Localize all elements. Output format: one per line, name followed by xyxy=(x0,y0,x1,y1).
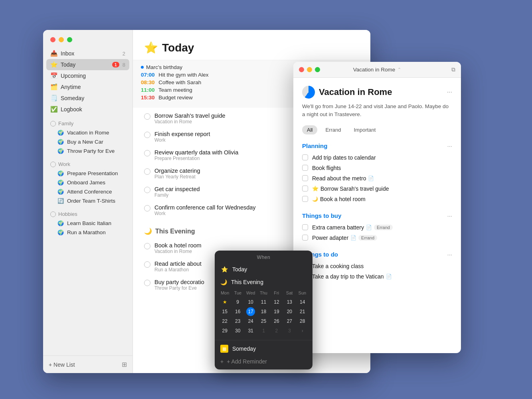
cal-cell[interactable]: 22 xyxy=(219,317,231,326)
cal-cell[interactable]: 24 xyxy=(245,317,257,326)
detail-traffic-yellow[interactable] xyxy=(307,67,312,72)
detail-traffic-green[interactable] xyxy=(315,67,320,72)
cal-cell[interactable]: 2 xyxy=(271,326,283,335)
when-add-reminder[interactable]: + + Add Reminder xyxy=(215,356,312,369)
cal-cell[interactable]: 1 xyxy=(257,326,269,335)
traffic-light-green[interactable] xyxy=(67,37,72,42)
sidebar-item-buy-car[interactable]: 🌍 Buy a New Car xyxy=(46,137,129,146)
filter-tab-important[interactable]: Important xyxy=(349,125,380,134)
detail-task-item[interactable]: Read about the metro 📄 xyxy=(302,173,452,184)
cal-cell[interactable]: 26 xyxy=(271,317,283,326)
when-option-evening[interactable]: 🌙 This Evening xyxy=(215,276,312,288)
project-menu-dots[interactable]: ··· xyxy=(447,89,452,96)
detail-task-item[interactable]: Take a day trip to the Vatican 📄 xyxy=(302,271,452,282)
cal-cell[interactable]: 30 xyxy=(231,326,243,335)
cal-cell[interactable]: 28 xyxy=(297,317,309,326)
task-checkbox[interactable] xyxy=(144,113,150,120)
detail-task-item[interactable]: Book flights xyxy=(302,163,452,173)
cal-cell[interactable]: 14 xyxy=(297,298,309,306)
sidebar-item-logbook[interactable]: ✅ Logbook xyxy=(46,104,129,115)
note-icon: 📄 xyxy=(350,235,356,241)
run-icon: 🌍 xyxy=(57,229,64,235)
things-to-do-menu-dots[interactable]: ··· xyxy=(447,251,452,258)
sidebar-item-someday[interactable]: 🗒️ Someday xyxy=(46,93,129,104)
task-checkbox[interactable] xyxy=(144,187,150,193)
task-checkbox[interactable] xyxy=(144,150,150,156)
detail-task-item[interactable]: Power adapter 📄 Errand xyxy=(302,233,452,243)
task-checkbox[interactable] xyxy=(144,243,150,249)
sidebar-item-anytime[interactable]: 🗂️ Anytime xyxy=(46,81,129,93)
detail-task-item[interactable]: Add trip dates to calendar xyxy=(302,152,452,163)
detail-task-checkbox[interactable] xyxy=(302,196,308,202)
detail-task-item[interactable]: Take a cooking class xyxy=(302,261,452,271)
new-list-button[interactable]: + New List xyxy=(49,361,75,368)
cal-cell[interactable]: 16 xyxy=(231,307,243,316)
cal-cell[interactable]: 29 xyxy=(219,326,231,335)
sidebar-item-onboard-james[interactable]: 🌍 Onboard James xyxy=(46,178,129,187)
detail-task-checkbox[interactable] xyxy=(302,165,308,171)
when-someday-option[interactable]: ▦ Someday xyxy=(215,342,312,356)
cal-cell[interactable]: 11 xyxy=(257,298,269,306)
detail-window-copy-btn[interactable]: ⧉ xyxy=(451,66,455,73)
cal-cell[interactable]: 31 xyxy=(245,326,257,335)
filter-tab-all[interactable]: All xyxy=(302,125,317,134)
task-checkbox[interactable] xyxy=(144,205,150,211)
today-label: Today xyxy=(61,61,109,68)
when-evening-moon-icon: 🌙 xyxy=(220,279,227,285)
task-checkbox[interactable] xyxy=(144,280,150,286)
cal-cell[interactable]: 18 xyxy=(257,307,269,316)
calendar-dot xyxy=(141,66,144,69)
detail-task-item[interactable]: ⭐ Borrow Sarah's travel guide xyxy=(302,184,452,194)
sidebar-item-learn-italian[interactable]: 🌍 Learn Basic Italian xyxy=(46,219,129,228)
cal-cell[interactable]: 21 xyxy=(297,307,309,316)
cal-cell[interactable]: 3 xyxy=(283,326,295,335)
sidebar-item-run-marathon[interactable]: 🌍 Run a Marathon xyxy=(46,228,129,237)
filter-tab-errand[interactable]: Errand xyxy=(320,125,346,134)
sidebar-item-throw-party[interactable]: 🌍 Throw Party for Eve xyxy=(46,146,129,156)
vacation-label: Vacation in Rome xyxy=(67,130,109,136)
task-text: Read article about Run a Marathon xyxy=(154,261,202,273)
detail-task-checkbox[interactable] xyxy=(302,186,308,192)
detail-task-item[interactable]: 🌙 Book a hotel room xyxy=(302,194,452,204)
traffic-light-yellow[interactable] xyxy=(59,37,64,42)
task-checkbox[interactable] xyxy=(144,132,150,138)
cal-cell[interactable]: 9 xyxy=(231,298,243,306)
cal-cell[interactable]: 25 xyxy=(257,317,269,326)
things-to-buy-menu-dots[interactable]: ··· xyxy=(447,212,452,219)
planning-menu-dots[interactable]: ··· xyxy=(447,142,452,149)
detail-traffic-lights xyxy=(299,67,320,72)
detail-task-checkbox[interactable] xyxy=(302,154,308,160)
settings-icon[interactable]: ⊞ xyxy=(122,361,127,368)
task-checkbox[interactable] xyxy=(144,168,150,175)
sidebar-item-attend-conference[interactable]: 🌍 Attend Conference xyxy=(46,187,129,196)
cal-cell-next[interactable]: › xyxy=(297,326,309,335)
sidebar-item-today[interactable]: ⭐ Today 1 8 xyxy=(46,59,129,70)
cal-cell[interactable]: 15 xyxy=(219,307,231,316)
traffic-light-red[interactable] xyxy=(50,37,55,42)
detail-task-item[interactable]: Extra camera battery 📄 Errand xyxy=(302,222,452,233)
cal-cell[interactable]: 27 xyxy=(283,317,295,326)
detail-task-checkbox[interactable] xyxy=(302,235,308,241)
sidebar-item-upcoming[interactable]: 📅 Upcoming xyxy=(46,70,129,81)
cal-cell-today[interactable]: 17 xyxy=(246,307,255,316)
cal-cell[interactable]: 13 xyxy=(283,298,295,306)
sidebar-item-inbox[interactable]: 📥 Inbox 2 xyxy=(46,48,129,59)
detail-task-checkbox[interactable] xyxy=(302,175,308,181)
detail-traffic-red[interactable] xyxy=(299,67,304,72)
cal-cell[interactable]: 10 xyxy=(245,298,257,306)
inbox-icon: 📥 xyxy=(50,50,57,57)
cal-cell[interactable]: 12 xyxy=(271,298,283,306)
cal-cell[interactable]: ★ xyxy=(219,298,231,306)
sidebar-traffic-lights xyxy=(43,30,133,48)
cal-cell[interactable]: 23 xyxy=(231,317,243,326)
sidebar-item-prepare-presentation[interactable]: 🌍 Prepare Presentation xyxy=(46,169,129,178)
task-checkbox[interactable] xyxy=(144,261,150,268)
cal-cell[interactable]: 19 xyxy=(271,307,283,316)
sidebar-item-order-tshirts[interactable]: 🔄 Order Team T-Shirts xyxy=(46,196,129,205)
cal-cell[interactable]: 20 xyxy=(283,307,295,316)
sidebar-item-vacation-rome[interactable]: 🌍 Vacation in Rome xyxy=(46,128,129,137)
detail-task-checkbox[interactable] xyxy=(302,224,308,230)
when-option-today[interactable]: ⭐ Today xyxy=(215,263,312,276)
note-icon: 📄 xyxy=(386,274,392,279)
learn-icon: 🌍 xyxy=(57,220,64,226)
